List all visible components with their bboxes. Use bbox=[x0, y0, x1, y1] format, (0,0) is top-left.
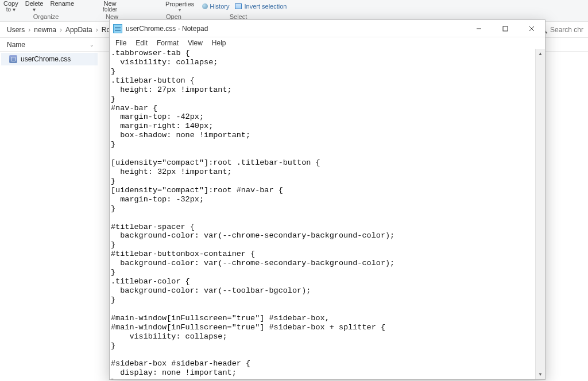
minimize-icon bbox=[476, 26, 482, 32]
maximize-button[interactable] bbox=[492, 20, 519, 37]
ribbon-properties[interactable]: Properties ▾ bbox=[161, 0, 199, 13]
ribbon-invert-selection[interactable]: Invert selection bbox=[233, 0, 289, 13]
menu-edit[interactable]: Edit bbox=[132, 38, 151, 48]
minimize-button[interactable] bbox=[466, 20, 492, 37]
menu-file[interactable]: File bbox=[112, 38, 130, 48]
close-button[interactable] bbox=[519, 20, 545, 37]
scroll-up-icon[interactable]: ▲ bbox=[536, 49, 545, 59]
breadcrumb-item[interactable]: Users bbox=[5, 26, 27, 34]
ribbon-rename[interactable]: Rename bbox=[47, 0, 78, 13]
breadcrumb-item[interactable]: newma bbox=[32, 26, 59, 34]
notepad-app-icon bbox=[113, 24, 122, 33]
file-item-userchrome[interactable]: userChrome.css bbox=[1, 53, 98, 65]
maximize-icon bbox=[502, 26, 508, 32]
notepad-titlebar[interactable]: userChrome.css - Notepad bbox=[110, 20, 545, 37]
ribbon-new-folder[interactable]: New folder bbox=[99, 0, 121, 13]
history-icon bbox=[202, 3, 208, 9]
menu-view[interactable]: View bbox=[184, 38, 206, 48]
ribbon-history[interactable]: History bbox=[199, 0, 233, 13]
menu-format[interactable]: Format bbox=[153, 38, 182, 48]
notepad-window: userChrome.css - Notepad File Edit Forma… bbox=[109, 20, 546, 380]
chevron-right-icon: › bbox=[59, 26, 63, 34]
close-icon bbox=[529, 26, 535, 32]
notepad-menubar: File Edit Format View Help bbox=[110, 37, 545, 49]
notepad-title-text: userChrome.css - Notepad bbox=[126, 25, 208, 33]
notepad-text-area[interactable]: .tabbrowser-tab { visibility: collapse; … bbox=[110, 49, 535, 379]
chevron-right-icon: › bbox=[27, 26, 32, 34]
css-file-icon bbox=[9, 55, 17, 63]
breadcrumb-item[interactable]: AppData bbox=[63, 26, 95, 34]
chevron-right-icon: › bbox=[95, 26, 99, 34]
ribbon-copy-to[interactable]: Copy to ▾ bbox=[0, 0, 22, 13]
ribbon-commands: Copy to ▾ Delete ▾ Rename New folder Pro… bbox=[0, 0, 588, 13]
ribbon-section-organize: Organize bbox=[0, 13, 92, 21]
svg-rect-1 bbox=[503, 26, 508, 31]
invert-selection-icon bbox=[235, 3, 242, 9]
scroll-down-icon[interactable]: ▼ bbox=[536, 370, 545, 379]
ribbon-delete[interactable]: Delete ▾ bbox=[22, 0, 47, 13]
search-box[interactable]: 🔍 Search chr bbox=[539, 26, 583, 34]
menu-help[interactable]: Help bbox=[208, 38, 230, 48]
chevron-down-icon: ⌄ bbox=[90, 42, 94, 48]
vertical-scrollbar[interactable]: ▲ ▼ bbox=[535, 49, 545, 379]
